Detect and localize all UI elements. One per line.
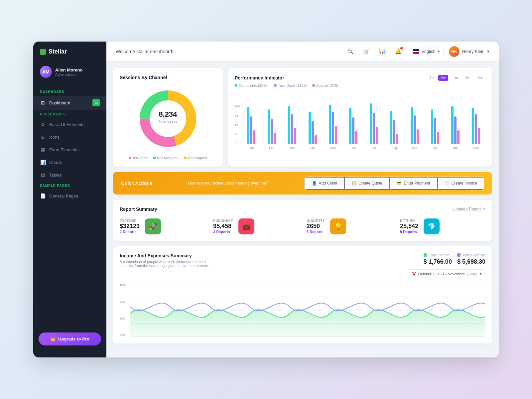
icons-icon: ⊕ xyxy=(40,134,46,140)
logo: Stellar xyxy=(33,48,106,62)
return-info: RETURN 25,542 9 Reports xyxy=(400,219,418,234)
chevron-down-icon: ▾ xyxy=(487,49,489,54)
logo-icon xyxy=(40,49,46,55)
time-filters: 7d 2w 1m 3m 6m xyxy=(427,75,485,81)
date-range-picker[interactable]: 📅 October 7, 2021 - November 5, 2021 ▾ xyxy=(408,269,485,278)
return-icon: 💎 xyxy=(424,218,440,234)
cart-button[interactable]: 🛒 xyxy=(361,46,372,57)
sidebar-section-dashboard: DASHBOARD xyxy=(33,87,106,96)
user-menu[interactable]: HK Henry Klein ▾ xyxy=(449,46,489,57)
wave-chart-container: 1000750500250 xyxy=(120,284,485,337)
topbar: Welcome stallar dashboard! 🔍 🛒 📊 🔔 Engli… xyxy=(106,42,499,62)
expense-dot xyxy=(457,253,461,257)
dot-attends xyxy=(312,84,315,87)
bar-chart: Jan Feb Mar Apr May Jun Jul Aug Sep Oct xyxy=(242,98,485,151)
sidebar-item-charts[interactable]: 📊 Charts xyxy=(33,156,106,169)
dot-complaints xyxy=(235,84,237,87)
metric-expense: EXPENSE $32123 2 Reports 🚀 xyxy=(120,218,205,234)
sidebar-item-label: Icons xyxy=(49,135,60,140)
legend-dot-not-assigned xyxy=(153,157,156,159)
metric-purchase: PURCHASE 95,458 3 Reports 💼 xyxy=(213,218,299,234)
sidebar-section-ui: UI ELEMENTS xyxy=(33,110,106,118)
legend-dot-assigned xyxy=(129,157,131,159)
return-reports[interactable]: 9 Reports xyxy=(400,230,418,234)
analytics-button[interactable]: 📊 xyxy=(377,46,388,57)
topbar-actions: 🔍 🛒 📊 🔔 English ▾ HK Henry Klein ▾ xyxy=(345,46,489,57)
svg-text:8,234: 8,234 xyxy=(159,110,177,118)
donut-chart: 8,234 Total Leads xyxy=(135,85,201,152)
sessions-card: Sessions By Channel 8,234 To xyxy=(113,68,223,167)
total-income: Total Income $ 1,766.00 xyxy=(424,253,452,265)
metric-quantity: QUANTITY 2650 5 Reports 💡 xyxy=(307,218,392,234)
donut-container: 8,234 Total Leads Assigned Not Assigned xyxy=(120,85,216,160)
report-summary-header: Report Summary Updated Report ↻ xyxy=(120,206,485,212)
expense-reports[interactable]: 2 Reports xyxy=(120,230,140,234)
legend-reassigned: Reassigned xyxy=(184,156,207,160)
quantity-info: QUANTITY 2650 5 Reports xyxy=(307,219,325,234)
notifications-button[interactable]: 🔔 xyxy=(393,46,404,57)
legend-assigned: Assigned xyxy=(129,156,148,160)
create-invoice-button[interactable]: 🧾 Create Invoice xyxy=(437,177,484,190)
language-selector[interactable]: English ▾ xyxy=(409,47,444,56)
sessions-title: Sessions By Channel xyxy=(120,75,216,80)
perf-legend: Complaints (2098) Task Done (1123) Atten… xyxy=(235,83,485,87)
legend-complaints: Complaints (2098) xyxy=(235,83,269,87)
create-quote-button[interactable]: 📋 Create Quote xyxy=(344,177,389,190)
total-expense: Total Expense $ 5,698.30 xyxy=(457,253,485,265)
sidebar-item-basic-ui[interactable]: ⚙ Basic UI Elements xyxy=(33,118,106,131)
income-dot xyxy=(424,253,427,257)
create-invoice-icon: 🧾 xyxy=(445,181,450,186)
filter-2w[interactable]: 2w xyxy=(438,75,448,81)
sidebar-item-label: Dashboard xyxy=(49,100,70,105)
pages-icon: 📄 xyxy=(40,193,46,199)
expense-label: Total Expense xyxy=(457,253,485,257)
charts-icon: 📊 xyxy=(40,159,46,165)
legend-attends: Attends (876) xyxy=(312,83,338,87)
y-axis: 1007550250 xyxy=(235,105,242,151)
main-area: Welcome stallar dashboard! 🔍 🛒 📊 🔔 Engli… xyxy=(106,42,499,357)
income-label: Total Income xyxy=(424,253,452,257)
sidebar-item-dashboard[interactable]: ⊞ Dashboard ▭ xyxy=(33,96,106,110)
income-value: $ 1,766.00 xyxy=(424,258,452,265)
add-client-button[interactable]: 👤 Add Client xyxy=(305,177,344,190)
notification-badge xyxy=(400,47,403,50)
filter-1m[interactable]: 1m xyxy=(450,75,461,81)
quick-actions-banner: Quick Actions How are your active users … xyxy=(113,172,492,195)
expense-icon: 🚀 xyxy=(145,218,161,234)
filter-6m[interactable]: 6m xyxy=(475,75,485,81)
user-name: Allen Moreno xyxy=(55,67,82,72)
purchase-icon: 💼 xyxy=(238,218,254,234)
chevron-down-icon: ▾ xyxy=(480,272,482,276)
tables-icon: ▤ xyxy=(40,172,46,178)
bar-chart-area: 1007550250 Jan Feb Mar Apr May Jun Jul xyxy=(235,91,485,151)
search-button[interactable]: 🔍 xyxy=(345,46,356,57)
report-summary-title: Report Summary xyxy=(120,206,157,212)
expense-value: $ 5,698.30 xyxy=(457,258,485,265)
top-charts-row: Sessions By Channel 8,234 To xyxy=(113,68,492,167)
sidebar-user: AM Allen Moreno Administrator xyxy=(33,62,106,82)
purchase-reports[interactable]: 3 Reports xyxy=(213,230,233,234)
chevron-down-icon: ▾ xyxy=(438,49,440,54)
income-description: A comparison of people who mark themselv… xyxy=(120,260,213,268)
donut-legend: Assigned Not Assigned Reassigned xyxy=(129,156,207,160)
sidebar-item-tables[interactable]: ▤ Tables xyxy=(33,169,106,181)
upgrade-button[interactable]: 👑 Upgrade to Pro xyxy=(39,332,101,345)
add-client-icon: 👤 xyxy=(312,181,317,186)
income-card: Income And Expenses Summary A comparison… xyxy=(113,246,492,343)
sidebar-item-general-pages[interactable]: 📄 General Pages xyxy=(33,190,106,202)
enter-payment-button[interactable]: 💳 Enter Payment xyxy=(389,177,437,190)
create-quote-icon: 📋 xyxy=(351,181,356,186)
sidebar-item-label: Basic UI Elements xyxy=(49,122,84,127)
updated-report[interactable]: Updated Report ↻ xyxy=(453,207,485,211)
filter-3m[interactable]: 3m xyxy=(463,75,473,81)
wave-chart xyxy=(130,284,485,337)
sidebar-item-icons[interactable]: ⊕ Icons xyxy=(33,131,106,143)
performance-header: Performance Indicator 7d 2w 1m 3m 6m xyxy=(235,75,485,81)
report-metrics: EXPENSE $32123 2 Reports 🚀 PURCHASE 95,4… xyxy=(120,218,485,234)
filter-7d[interactable]: 7d xyxy=(427,75,436,81)
legend-not-assigned: Not Assigned xyxy=(153,156,179,160)
quantity-reports[interactable]: 5 Reports xyxy=(307,230,325,234)
quick-actions-subtitle: How are your active users trending overt… xyxy=(188,181,268,186)
sidebar-item-form-elements[interactable]: ▦ Form Elements xyxy=(33,143,106,156)
sidebar-item-label: Form Elements xyxy=(49,147,78,152)
